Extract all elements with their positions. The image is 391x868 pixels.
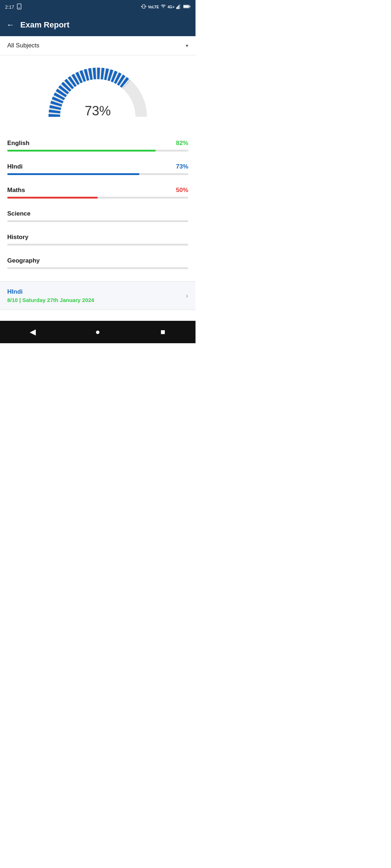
- subject-name-geography: Geography: [7, 257, 40, 264]
- nav-home-button[interactable]: ●: [89, 323, 107, 341]
- app-bar: ← Exam Report: [0, 14, 196, 36]
- 4g-icon: 4G+: [168, 5, 175, 9]
- progress-fill-hindi: [7, 173, 139, 175]
- status-bar: 2:17 VoLTE 4G+: [0, 0, 196, 14]
- bottom-card[interactable]: HIndi 8/10 | Saturday 27th January 2024 …: [0, 281, 196, 310]
- back-button[interactable]: ←: [7, 20, 14, 30]
- nav-bar: ◀ ● ■: [0, 321, 196, 343]
- status-left: 2:17: [5, 4, 22, 10]
- bottom-card-subject: HIndi: [7, 288, 94, 295]
- subject-percent-maths: 50%: [176, 187, 188, 194]
- svg-rect-9: [177, 6, 178, 9]
- battery-icon: [183, 4, 190, 9]
- volte-icon: VoLTE: [148, 5, 159, 9]
- subject-name-history: History: [7, 234, 29, 241]
- svg-rect-0: [17, 4, 21, 9]
- svg-rect-13: [190, 6, 190, 7]
- bottom-card-score: 8/10: [7, 297, 18, 303]
- nav-recent-button[interactable]: ■: [154, 323, 172, 341]
- progress-track-science: [7, 220, 188, 222]
- subject-row-english: English 82%: [7, 133, 188, 157]
- svg-point-7: [163, 8, 164, 8]
- subjects-section: English 82% HIndi 73% Maths 50% Science: [0, 129, 196, 274]
- svg-rect-14: [184, 5, 189, 8]
- nav-back-button[interactable]: ◀: [24, 323, 42, 341]
- status-time: 2:17: [5, 4, 14, 10]
- progress-track-geography: [7, 267, 188, 269]
- status-right: VoLTE 4G+: [141, 4, 190, 10]
- svg-rect-2: [143, 5, 145, 9]
- subject-name-maths: Maths: [7, 187, 25, 194]
- progress-fill-maths: [7, 197, 98, 199]
- progress-track-english: [7, 150, 188, 152]
- subject-percent-english: 82%: [176, 140, 188, 147]
- subject-row-hindi: HIndi 73%: [7, 157, 188, 180]
- subject-row-history: History: [7, 227, 188, 251]
- subject-row-maths: Maths 50%: [7, 180, 188, 204]
- subject-row-science: Science: [7, 204, 188, 227]
- subject-name-science: Science: [7, 210, 30, 217]
- chevron-down-icon: ▾: [186, 43, 188, 48]
- svg-rect-8: [176, 7, 177, 9]
- progress-fill-english: [7, 150, 156, 152]
- subject-name-hindi: HIndi: [7, 163, 23, 170]
- phone-icon: [16, 4, 22, 10]
- subject-percent-hindi: 73%: [176, 163, 188, 170]
- app-title: Exam Report: [20, 20, 70, 30]
- bottom-card-info: 8/10 | Saturday 27th January 2024: [7, 297, 94, 303]
- gauge-section: 73%: [0, 55, 196, 129]
- chevron-right-icon: ›: [186, 292, 188, 300]
- svg-rect-10: [178, 5, 179, 9]
- subject-row-geography: Geography: [7, 251, 188, 274]
- progress-track-hindi: [7, 173, 188, 175]
- progress-track-maths: [7, 197, 188, 199]
- subject-dropdown[interactable]: All Subjects ▾: [0, 36, 196, 55]
- gauge-percent: 73%: [85, 103, 111, 119]
- signal-icon: [176, 4, 181, 10]
- subject-name-english: English: [7, 140, 29, 147]
- vibrate-icon: [141, 4, 146, 10]
- svg-rect-11: [180, 4, 180, 9]
- gauge-wrapper: 73%: [47, 66, 148, 122]
- subject-dropdown-label: All Subjects: [7, 42, 39, 49]
- bottom-card-score-suffix: | Saturday 27th January 2024: [18, 297, 94, 303]
- progress-track-history: [7, 244, 188, 246]
- wifi-icon: [161, 4, 166, 10]
